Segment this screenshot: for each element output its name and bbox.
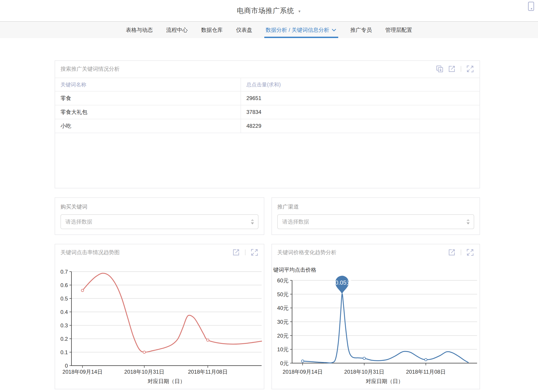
svg-text:50.05元: 50.05元: [332, 279, 352, 286]
svg-text:2018年10月31日: 2018年10月31日: [344, 369, 384, 375]
card-toolbar: [436, 65, 474, 73]
cell-clicks: 37834: [241, 105, 480, 119]
card-toolbar: [448, 248, 474, 257]
svg-text:0元: 0元: [280, 360, 289, 366]
buy-keyword-filter-card: 购买关键词 请选择数据: [55, 197, 264, 235]
svg-text:0.5: 0.5: [61, 296, 68, 302]
clickrate-trend-chart[interactable]: 00.10.20.30.40.50.60.72018年09月14日2018年10…: [55, 244, 264, 389]
select-spinner-icon: [467, 219, 470, 224]
top-nav: 表格与动态 流程中心 数据仓库 仪表盘 数据分析 / 关键词信息分析 推广专员 …: [0, 21, 538, 38]
filter-label: 购买关键词: [61, 203, 87, 210]
svg-text:50元: 50元: [277, 291, 289, 297]
keyword-analysis-card: 搜索推广关键词情况分析 关键词名称 总点击量(求和) 零食: [55, 61, 480, 188]
keyword-table: 关键词名称 总点击量(求和) 零食 29651 零食大礼包 37834 小吃 4…: [55, 78, 480, 133]
tab-tables-dynamics[interactable]: 表格与动态: [126, 22, 153, 38]
svg-text:0.6: 0.6: [61, 282, 68, 288]
select-spinner-icon: [251, 219, 254, 224]
svg-text:2018年11月08日: 2018年11月08日: [188, 369, 228, 375]
caret-down-icon[interactable]: ▼: [298, 9, 301, 13]
download-icon[interactable]: [436, 65, 444, 73]
tab-process-center[interactable]: 流程中心: [166, 22, 188, 38]
table-row[interactable]: 小吃 48229: [55, 119, 480, 133]
svg-text:2018年09月14日: 2018年09月14日: [283, 369, 323, 375]
select-placeholder: 请选择数据: [65, 218, 92, 225]
svg-text:0.3: 0.3: [61, 322, 68, 328]
svg-text:0.1: 0.1: [61, 349, 68, 355]
cell-clicks: 48229: [241, 119, 480, 133]
svg-text:0.7: 0.7: [61, 269, 68, 275]
svg-text:对应日期（日）: 对应日期（日）: [148, 378, 185, 384]
app-header: 电商市场推广系统 ▼: [0, 0, 538, 21]
external-link-icon[interactable]: [232, 248, 240, 257]
svg-text:2018年09月14日: 2018年09月14日: [62, 369, 103, 375]
price-trend-card: 0元10元20元30元40元50元60元2018年09月14日2018年10月3…: [271, 244, 480, 389]
svg-text:10元: 10元: [277, 346, 289, 352]
price-trend-chart[interactable]: 0元10元20元30元40元50元60元2018年09月14日2018年10月3…: [272, 244, 480, 389]
tab-data-warehouse[interactable]: 数据仓库: [201, 22, 223, 38]
fullscreen-icon[interactable]: [466, 65, 474, 73]
tab-promotion-specialist[interactable]: 推广专员: [350, 22, 372, 38]
external-link-icon[interactable]: [448, 65, 456, 73]
clickrate-trend-card: 00.10.20.30.40.50.60.72018年09月14日2018年10…: [55, 244, 264, 389]
table-header-row: 关键词名称 总点击量(求和): [55, 78, 480, 92]
card-toolbar: [232, 248, 258, 257]
table-row[interactable]: 零食大礼包 37834: [55, 105, 480, 119]
chevron-down-icon: [331, 27, 337, 33]
table-row[interactable]: 零食 29651: [55, 92, 480, 105]
cell-keyword: 零食大礼包: [55, 105, 241, 119]
svg-text:2018年10月31日: 2018年10月31日: [124, 369, 164, 375]
cell-keyword: 零食: [55, 92, 241, 105]
tab-management-config[interactable]: 管理层配置: [385, 22, 412, 38]
svg-text:60元: 60元: [277, 277, 289, 284]
toolbar-divider: [461, 66, 461, 72]
toolbar-divider: [461, 249, 461, 255]
column-header-total-clicks: 总点击量(求和): [241, 78, 480, 91]
svg-text:40元: 40元: [277, 305, 289, 311]
svg-text:键词平均点击价格: 键词平均点击价格: [273, 267, 316, 273]
svg-text:2018年11月08日: 2018年11月08日: [406, 369, 446, 375]
svg-text:对应日期（日）: 对应日期（日）: [366, 378, 403, 384]
cell-clicks: 29651: [241, 92, 480, 105]
svg-text:0.4: 0.4: [61, 309, 68, 315]
mobile-icon[interactable]: [527, 1, 535, 12]
tab-dashboard[interactable]: 仪表盘: [236, 22, 252, 38]
card-title: 关键词点击率情况趋势图: [61, 249, 120, 256]
svg-text:0: 0: [65, 363, 68, 369]
page-title: 电商市场推广系统: [237, 6, 294, 15]
toolbar-divider: [245, 249, 245, 255]
svg-text:0.2: 0.2: [61, 336, 68, 342]
filter-label: 推广渠道: [277, 203, 299, 210]
tab-data-analysis-keyword-info[interactable]: 数据分析 / 关键词信息分析: [266, 22, 337, 38]
cell-keyword: 小吃: [55, 119, 241, 133]
promotion-channel-select[interactable]: 请选择数据: [277, 214, 474, 229]
svg-text:20元: 20元: [277, 333, 289, 339]
buy-keyword-select[interactable]: 请选择数据: [61, 214, 258, 229]
external-link-icon[interactable]: [448, 248, 456, 257]
fullscreen-icon[interactable]: [250, 248, 258, 257]
card-title: 搜索推广关键词情况分析: [61, 65, 120, 73]
fullscreen-icon[interactable]: [466, 248, 474, 257]
promotion-channel-filter-card: 推广渠道 请选择数据: [271, 197, 480, 235]
svg-text:30元: 30元: [277, 319, 289, 325]
column-header-keyword-name: 关键词名称: [55, 78, 241, 91]
card-title: 关键词价格变化趋势分析: [277, 249, 336, 256]
select-placeholder: 请选择数据: [282, 218, 309, 225]
page: 电商市场推广系统 ▼ 表格与动态 流程中心 数据仓库 仪表盘 数据分析 / 关键…: [0, 0, 538, 392]
